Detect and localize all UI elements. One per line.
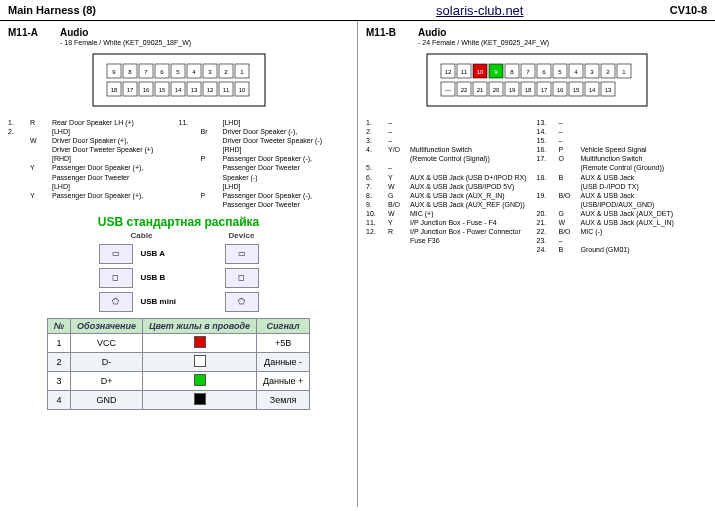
pin-num: 22.	[537, 227, 559, 236]
pin-row: (Remote Control (Ground))	[537, 163, 708, 172]
pin-row: WDriver Door Speaker (+),	[8, 136, 179, 145]
pin-color: B/O	[388, 200, 410, 209]
pin-desc	[410, 136, 537, 145]
pin-row: 24.BGround (GM01)	[537, 245, 708, 254]
usb-device-col: Device ▭ ◻ ⬠	[225, 231, 259, 312]
pin-row: YPassenger Door Speaker (+),	[8, 191, 179, 200]
pin-desc: Passenger Door Tweeter	[52, 173, 179, 182]
conn-b-pins-right: 13.–14.–15.–16.PVehicle Speed Signal17.O…	[537, 118, 708, 254]
pin-row: 11.[LHD]	[179, 118, 350, 127]
pin-row: BrDriver Door Speaker (-),	[179, 127, 350, 136]
pin-num	[8, 191, 30, 200]
conn-a-sub: - 18 Female / White (KET_09025_18F_W)	[60, 39, 349, 46]
usb-a-cable-icon: ▭	[99, 244, 133, 264]
pin-num: 12.	[366, 227, 388, 236]
pin-num	[179, 154, 201, 163]
pin-row: 11.YI/P Junction Box - Fuse - F4	[366, 218, 537, 227]
pin-color	[201, 145, 223, 154]
pin-desc: Multifunction Switch	[581, 154, 708, 163]
usb-desig: GND	[71, 390, 143, 409]
pin-row: Passenger Door Tweeter	[8, 173, 179, 182]
svg-text:12: 12	[206, 87, 213, 93]
pin-desc: Fuse F36	[410, 236, 537, 245]
svg-text:20: 20	[492, 87, 499, 93]
pin-color: R	[30, 118, 52, 127]
pin-row: 22.B/OMIC (-)	[537, 227, 708, 236]
pin-desc: (USB D-/IPOD TX)	[581, 182, 708, 191]
pin-num: 20.	[537, 209, 559, 218]
pin-desc: Ground (GM01)	[581, 245, 708, 254]
svg-text:13: 13	[604, 87, 611, 93]
pin-num: 18.	[537, 173, 559, 182]
conn-a-id: M11-A	[8, 27, 60, 38]
pin-color: W	[30, 136, 52, 145]
pin-row: 17.OMultifunction Switch	[537, 154, 708, 163]
pin-color: G	[388, 191, 410, 200]
conn-b-id: M11-B	[366, 27, 418, 38]
pin-desc: I/P Junction Box - Fuse - F4	[410, 218, 537, 227]
pin-num	[179, 145, 201, 154]
pin-color: Y	[30, 163, 52, 172]
pin-num	[537, 182, 559, 191]
svg-text:11: 11	[222, 87, 229, 93]
pin-desc: MIC (+)	[410, 209, 537, 218]
pin-num	[8, 173, 30, 182]
pin-color	[201, 118, 223, 127]
pin-color	[559, 163, 581, 172]
pin-color	[201, 173, 223, 182]
pin-row: 14.–	[537, 127, 708, 136]
pin-color: P	[559, 145, 581, 154]
usb-table-head: №ОбозначениеЦвет жилы в проводеСигнал	[47, 318, 309, 333]
pin-desc	[581, 136, 708, 145]
pin-num: 8.	[366, 191, 388, 200]
pin-desc	[581, 118, 708, 127]
pin-color: Y	[388, 173, 410, 182]
pin-desc: (Remote Control (Signal))	[410, 154, 537, 163]
pin-desc: Rear Door Speaker LH (+)	[52, 118, 179, 127]
pin-desc	[581, 236, 708, 245]
usb-device-label: Device	[229, 231, 255, 240]
pin-row: [LHD]	[8, 182, 179, 191]
usb-table: №ОбозначениеЦвет жилы в проводеСигнал 1V…	[47, 318, 310, 410]
pin-desc: I/P Junction Box - Power Connector	[410, 227, 537, 236]
pin-row: 8.GAUX & USB Jack (AUX_R_IN)	[366, 191, 537, 200]
pin-desc: AUX & USB Jack (AUX_REF (GND))	[410, 200, 537, 209]
pin-desc	[410, 127, 537, 136]
pin-num	[8, 136, 30, 145]
pin-desc: AUX & USB Jack (AUX_L_IN)	[581, 218, 708, 227]
header-right: CV10-8	[637, 4, 715, 16]
pin-num	[8, 154, 30, 163]
usb-th: Цвет жилы в проводе	[143, 318, 257, 333]
svg-text:—: —	[445, 87, 451, 93]
conn-a-diagram: 987654321181716151413121110	[74, 50, 284, 110]
header-left: Main Harness (8)	[0, 4, 323, 16]
pin-num	[8, 145, 30, 154]
pin-color	[201, 200, 223, 209]
pin-color: –	[559, 136, 581, 145]
pin-desc: AUX & USB Jack (AUX_DET)	[581, 209, 708, 218]
conn-b-header: M11-B Audio	[366, 27, 707, 38]
pin-row: Passenger Door Tweeter	[179, 163, 350, 172]
svg-text:11: 11	[460, 69, 467, 75]
usb-desig: D-	[71, 352, 143, 371]
pin-row: Speaker (-)	[179, 173, 350, 182]
svg-text:18: 18	[524, 87, 531, 93]
pin-row: 18.BAUX & USB Jack	[537, 173, 708, 182]
usb-th: Сигнал	[256, 318, 309, 333]
pin-color	[559, 200, 581, 209]
svg-text:17: 17	[540, 87, 547, 93]
pin-color: –	[559, 127, 581, 136]
pin-row: [RHD]	[179, 145, 350, 154]
pin-num: 17.	[537, 154, 559, 163]
pin-num: 4.	[366, 145, 388, 154]
pin-color: –	[559, 118, 581, 127]
pin-color: Br	[201, 127, 223, 136]
pin-num	[537, 163, 559, 172]
pin-desc	[410, 118, 537, 127]
pin-num	[366, 154, 388, 163]
usb-cable-label: Cable	[131, 231, 153, 240]
usb-grid: Cable ▭USB A ◻USB B ⬠USB mini Device ▭ ◻…	[8, 231, 349, 312]
pin-num: 3.	[366, 136, 388, 145]
usb-num: 3	[47, 371, 70, 390]
pin-row: 5.–	[366, 163, 537, 172]
